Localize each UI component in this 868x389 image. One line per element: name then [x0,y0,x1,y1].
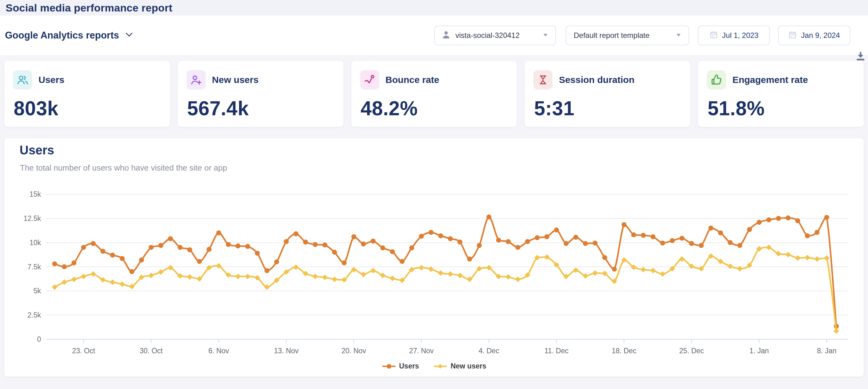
toolbar: Google Analytics reports vista-social-32… [0,16,868,55]
legend-label: New users [451,362,486,370]
stat-card: Bounce rate 48.2% [351,61,517,127]
stat-label: Engagement rate [732,70,808,89]
template-select-value: Default report template [574,31,649,40]
x-axis-label: 6. Nov [208,347,229,355]
y-axis-label: 0 [37,335,41,343]
date-from-value: Jul 1, 2023 [722,31,758,40]
calendar-icon [788,30,797,40]
x-axis-label: 1. Jan [749,347,769,355]
date-to-value: Jan 9, 2024 [801,31,840,40]
stat-icon-chip [707,70,726,89]
x-axis-label: 18. Dec [612,347,636,355]
x-axis-label: 30. Oct [140,347,163,355]
caret-down-icon [676,33,681,38]
x-axis-label: 23. Oct [72,347,95,355]
legend-item-users[interactable]: Users [382,362,419,370]
series-new-users[interactable] [52,245,839,334]
x-axis-label: 8. Jan [817,347,837,355]
report-section-dropdown[interactable]: Google Analytics reports [5,16,133,55]
y-axis-label: 5k [34,287,41,295]
bounce-icon [364,74,376,86]
x-axis-labels: 23. Oct30. Oct6. Nov13. Nov20. Nov27. No… [72,347,836,355]
users-icon [17,74,29,86]
hourglass-icon [537,74,549,86]
y-axis-label: 7.5k [28,263,41,271]
page-title: Social media performance report [6,2,172,14]
stat-value: 51.8% [708,97,765,120]
stat-value: 803k [14,97,58,120]
thumbs-up-icon [710,74,723,86]
x-axis-label: 4. Dec [479,347,499,355]
date-from-picker[interactable]: Jul 1, 2023 [698,26,770,45]
users-chart-plot[interactable]: 02.5k5k7.5k10k12.5k15k23. Oct30. Oct6. N… [4,138,864,360]
stat-icon-chip [187,70,206,89]
y-axis-label: 12.5k [24,214,41,222]
y-axis-label: 10k [30,239,41,247]
stat-card: Engagement rate 51.8% [698,61,864,127]
stat-icon-chip [533,70,553,89]
x-axis-label: 13. Nov [274,347,299,355]
date-to-picker[interactable]: Jan 9, 2024 [778,26,850,45]
account-select[interactable]: vista-social-320412 [434,26,556,45]
x-axis-label: 27. Nov [409,347,434,355]
y-axis-label: 15k [30,190,41,198]
legend-item-new-users[interactable]: New users [433,362,486,370]
stat-icon-chip [360,70,379,89]
template-select[interactable]: Default report template [566,26,689,45]
stat-cards-row: Users 803k New users 567.4k Bounce rate … [4,61,864,127]
stat-card: Users 803k [4,61,170,127]
person-add-icon [190,74,203,86]
chart-legend: UsersNew users [4,362,864,370]
account-select-value: vista-social-320412 [456,31,520,40]
y-axis-labels: 02.5k5k7.5k10k12.5k15k [24,190,41,343]
stat-icon-chip [13,70,32,89]
stat-label: Users [38,70,64,89]
caret-down-icon [543,33,548,38]
legend-marker-diamond [433,363,447,369]
x-axis-label: 25. Dec [679,347,704,355]
chevron-down-icon [125,32,133,38]
person-icon [441,30,451,41]
stat-card: Session duration 5:31 [525,61,690,127]
series-users[interactable] [52,214,839,329]
legend-marker-circle [382,363,396,369]
x-axis-label: 20. Nov [341,347,366,355]
report-section-label: Google Analytics reports [5,30,119,41]
stat-label: New users [212,70,258,89]
page-header: Social media performance report [0,0,868,16]
stat-label: Bounce rate [385,70,439,89]
x-axis-label: 11. Dec [545,347,569,355]
legend-label: Users [399,362,419,370]
users-chart-card: Users The total number of users who have… [4,138,864,377]
stat-value: 567.4k [187,97,249,120]
y-axis-label: 2.5k [28,311,41,319]
stat-card: New users 567.4k [178,61,343,127]
calendar-icon [709,30,718,40]
stat-value: 48.2% [361,97,418,120]
stat-value: 5:31 [534,97,574,120]
x-axis-ticks [84,339,827,343]
stat-label: Session duration [559,70,634,89]
